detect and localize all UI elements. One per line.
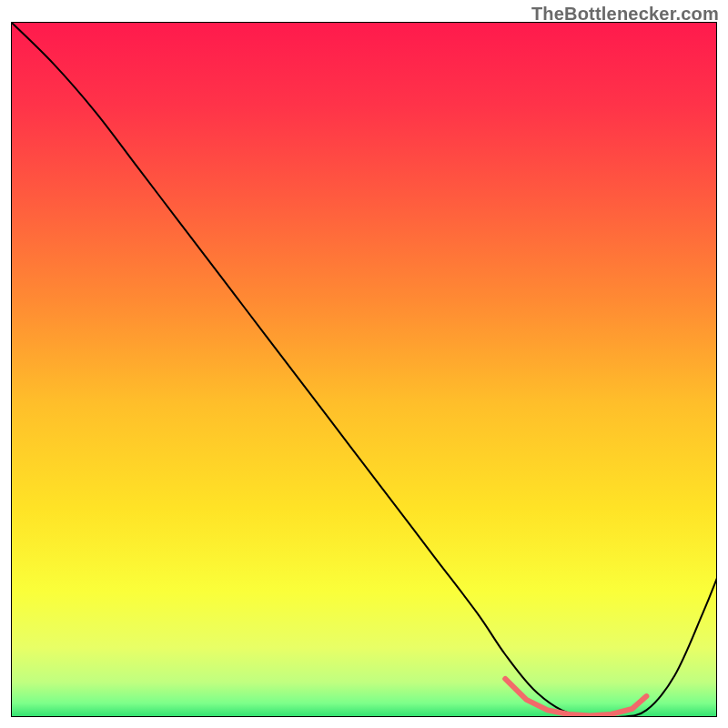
chart-svg [11,22,717,717]
plot-background [11,22,717,717]
bottleneck-chart [11,22,717,717]
